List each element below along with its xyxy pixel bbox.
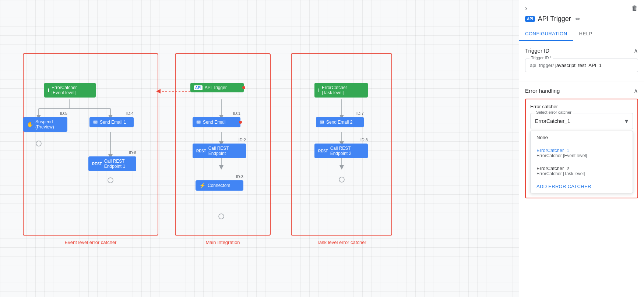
error-handling-title: Error handling	[525, 88, 560, 94]
call-rest-1-node[interactable]: REST Call RESTEndpoint 1 ID:6	[88, 156, 136, 171]
call-rest-2-id: ID:8	[360, 138, 368, 142]
right-panel: › 🗑 API API Trigger ✏ CONFIGURATION HELP…	[519, 0, 644, 297]
tab-configuration[interactable]: CONFIGURATION	[519, 27, 573, 41]
suspend-icon: ✋	[27, 121, 33, 127]
call-rest-2-label: Call RESTEndpoint 2	[330, 146, 351, 156]
call-rest-1-icon: REST	[92, 162, 102, 166]
error-catcher-box: Error catcher Select error catcher Error…	[525, 99, 638, 198]
error-catcher-select: Select error catcher ErrorCatcher_1 ▾ No…	[530, 113, 633, 193]
send-email-node[interactable]: ✉ Send Email ID:1	[193, 117, 240, 127]
call-rest-2-icon: REST	[318, 149, 328, 153]
ec1-main: ErrorCatcher_1	[536, 148, 627, 153]
call-rest-label: Call RESTEndpoint	[208, 146, 229, 156]
call-rest-1-id: ID:6	[129, 151, 136, 155]
send-email-1-icon: ✉	[93, 119, 98, 125]
trigger-id-toggle[interactable]: ∧	[634, 47, 638, 54]
send-email-dot	[239, 121, 242, 124]
task-catcher-icon: i	[318, 87, 320, 93]
api-trigger-node[interactable]: API API Trigger	[190, 83, 244, 92]
send-email-2-icon: ✉	[320, 119, 324, 125]
panel-title-row: API API Trigger ✏	[519, 12, 644, 23]
event-catcher-label: ErrorCatcher[Event level]	[52, 85, 77, 95]
error-handling-section: Error handling ∧ Error catcher Select er…	[519, 81, 644, 204]
panel-chevron[interactable]: ›	[525, 4, 527, 12]
suspend-label: Suspend(Preview)	[35, 119, 54, 130]
panel-tabs: CONFIGURATION HELP	[519, 27, 644, 41]
task-catcher-label: ErrorCatcher[Task level]	[322, 85, 347, 95]
connectors-node[interactable]: ⚡ Connectors ID:3	[196, 180, 243, 191]
ec1-sub: ErrorCatcher [Event level]	[536, 153, 627, 158]
suspend-id: ID:5	[60, 111, 67, 116]
connectors-label: Connectors	[208, 183, 230, 188]
trigger-id-section-header: Trigger ID ∧	[525, 47, 638, 54]
trigger-id-field: Trigger ID * api_trigger/ javascript_tes…	[525, 59, 638, 72]
send-email-1-label: Send Email 1	[100, 120, 126, 125]
event-catcher-icon: i	[48, 87, 49, 93]
event-level-box: Event level error catcher	[23, 53, 158, 236]
call-rest-1-label: Call RESTEndpoint 1	[104, 159, 125, 169]
ec2-sub: ErrorCatcher [Task level]	[536, 171, 627, 176]
panel-delete[interactable]: 🗑	[631, 4, 638, 12]
panel-header: › 🗑	[519, 0, 644, 12]
api-trigger-label: API Trigger	[205, 85, 227, 90]
send-email-id: ID:1	[233, 111, 240, 116]
select-control[interactable]: ErrorCatcher_1 ▾	[530, 113, 633, 129]
api-trigger-dot	[242, 86, 245, 89]
dropdown-item-none[interactable]: None	[531, 131, 633, 144]
select-label: Select error catcher	[535, 110, 573, 114]
trigger-id-value: javascript_test_API_1	[555, 63, 602, 68]
call-rest-2-node[interactable]: REST Call RESTEndpoint 2 ID:8	[314, 144, 368, 158]
error-catcher-event-node[interactable]: i ErrorCatcher[Event level]	[44, 83, 96, 98]
add-error-catcher-button[interactable]: ADD ERROR CATCHER	[531, 180, 633, 193]
trigger-id-section: Trigger ID ∧ Trigger ID * api_trigger/ j…	[519, 41, 644, 81]
trigger-id-title: Trigger ID	[525, 47, 549, 54]
ec2-main: ErrorCatcher_2	[536, 166, 627, 171]
send-email-label: Send Email	[203, 120, 225, 125]
send-email-2-id: ID:7	[356, 111, 364, 116]
call-rest-id: ID:2	[239, 138, 246, 142]
error-handling-header: Error handling ∧	[525, 87, 638, 94]
main-integration-label: Main Integration	[205, 240, 240, 245]
call-rest-node[interactable]: REST Call RESTEndpoint ID:2	[193, 144, 246, 158]
connectors-id: ID:3	[236, 174, 243, 179]
tab-help[interactable]: HELP	[573, 27, 598, 41]
api-trigger-icon: API	[194, 85, 203, 90]
event-level-label: Event level error catcher	[65, 240, 117, 245]
send-email-1-node[interactable]: ✉ Send Email 1 ID:4	[89, 117, 134, 127]
send-email-2-node[interactable]: ✉ Send Email 2 ID:7	[316, 117, 364, 127]
trigger-id-input[interactable]: api_trigger/ javascript_test_API_1	[525, 59, 638, 72]
trigger-id-prefix: api_trigger/	[530, 63, 554, 68]
connectors-icon: ⚡	[199, 183, 205, 188]
panel-title: API Trigger	[538, 15, 571, 23]
trigger-id-field-label: Trigger ID *	[529, 56, 553, 60]
edit-icon[interactable]: ✏	[576, 15, 580, 22]
select-arrow-icon: ▾	[625, 117, 628, 125]
error-handling-toggle[interactable]: ∧	[634, 87, 638, 94]
dropdown-item-ec1[interactable]: ErrorCatcher_1 ErrorCatcher [Event level…	[531, 144, 633, 162]
select-value: ErrorCatcher_1	[535, 118, 570, 124]
suspend-node[interactable]: ✋ Suspend(Preview) ID:5	[23, 117, 67, 132]
call-rest-icon: REST	[196, 149, 206, 153]
dropdown-item-ec2[interactable]: ErrorCatcher_2 ErrorCatcher [Task level]	[531, 162, 633, 180]
dropdown-menu: None ErrorCatcher_1 ErrorCatcher [Event …	[530, 131, 633, 193]
task-level-label: Task level error catcher	[317, 240, 366, 245]
send-email-1-id: ID:4	[126, 111, 134, 116]
canvas-area: Event level error catcher Main Integrati…	[0, 0, 519, 297]
error-catcher-box-title: Error catcher	[530, 104, 633, 109]
send-email-2-label: Send Email 2	[326, 120, 352, 125]
api-badge: API	[525, 16, 535, 22]
error-catcher-task-node[interactable]: i ErrorCatcher[Task level]	[314, 83, 368, 98]
send-email-icon: ✉	[196, 119, 201, 125]
